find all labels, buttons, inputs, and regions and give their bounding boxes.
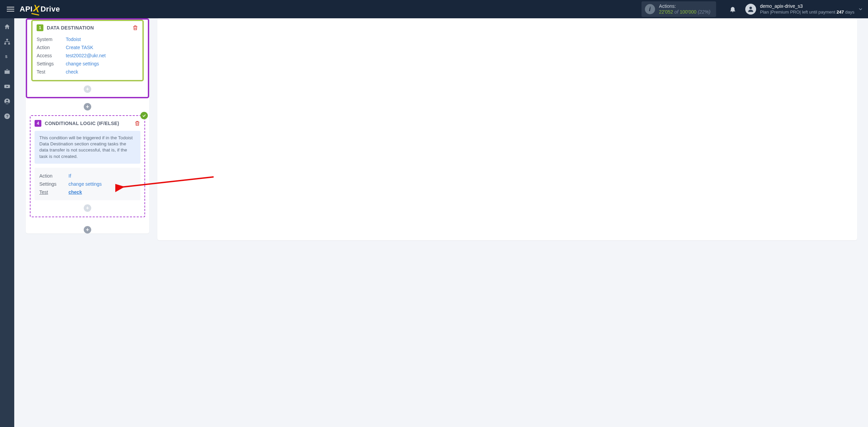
content: 1 DATA DESTINATION SystemTodoist ActionC… — [14, 18, 868, 255]
notifications-icon[interactable] — [729, 5, 736, 13]
v-settings[interactable]: change settings — [66, 61, 99, 66]
logo-text-api: API — [20, 5, 33, 14]
delete-icon[interactable] — [134, 120, 140, 126]
cond-details: ActionIf Settingschange settings Testche… — [35, 168, 140, 200]
page: 1 DATA DESTINATION SystemTodoist ActionC… — [0, 0, 868, 255]
right-column — [157, 18, 857, 240]
nav-account-icon[interactable] — [3, 98, 11, 105]
nav-sitemap-icon[interactable] — [3, 38, 11, 45]
cond-badge: 4 — [35, 120, 41, 127]
workflow-card: 1 DATA DESTINATION SystemTodoist ActionC… — [26, 18, 149, 233]
step-conditional[interactable]: 4 CONDITIONAL LOGIC (IF/ELSE) This condi… — [30, 115, 145, 217]
nav-video-icon[interactable] — [3, 83, 11, 90]
nav-help-icon[interactable]: ? — [3, 113, 11, 120]
user-plan: Plan |Premium PRO| left until payment 24… — [760, 9, 854, 15]
k-settings: Settings — [37, 61, 66, 66]
add-step-button[interactable]: + — [84, 85, 91, 93]
svg-point-0 — [749, 7, 752, 9]
avatar-icon — [745, 4, 756, 15]
actions-usage[interactable]: i Actions: 22'052 of 100'000 (22%) — [642, 1, 716, 17]
cond-info: This condition will be triggered if in t… — [35, 131, 140, 164]
svg-rect-1 — [6, 39, 8, 40]
svg-rect-3 — [8, 43, 10, 44]
svg-text:?: ? — [6, 114, 8, 118]
user-menu[interactable]: demo_apix-drive_s3 Plan |Premium PRO| le… — [745, 3, 854, 15]
k-test: Test — [37, 69, 66, 75]
step-data-destination[interactable]: 1 DATA DESTINATION SystemTodoist ActionC… — [31, 20, 144, 81]
actions-pct: (22%) — [698, 9, 710, 15]
step-details: SystemTodoist ActionCreate TASK Accesste… — [37, 35, 138, 76]
chevron-down-icon[interactable] — [858, 6, 863, 12]
add-group-button[interactable]: + — [84, 103, 91, 110]
user-text: demo_apix-drive_s3 Plan |Premium PRO| le… — [760, 3, 854, 15]
nav-briefcase-icon[interactable] — [3, 68, 11, 75]
logo[interactable]: API X Drive — [20, 4, 60, 15]
preview-panel — [157, 18, 857, 240]
actions-count: 22'052 — [659, 9, 673, 15]
delete-icon[interactable] — [132, 25, 138, 31]
app-header: API X Drive i Actions: 22'052 of 100'000… — [0, 0, 868, 18]
v-test[interactable]: check — [66, 69, 78, 75]
add-step-button[interactable]: + — [84, 204, 91, 212]
add-group-button[interactable]: + — [84, 226, 91, 233]
svg-point-8 — [6, 100, 8, 101]
k-action: Action — [37, 45, 66, 50]
v-action[interactable]: Create TASK — [66, 45, 93, 50]
step-title: DATA DESTINATION — [47, 25, 94, 30]
logo-text-x: X — [32, 3, 41, 15]
k-cond-test: Test — [39, 189, 68, 195]
v-access[interactable]: test20022@ukr.net — [66, 53, 106, 58]
nav-billing-icon[interactable]: $ — [3, 53, 11, 60]
v-cond-settings[interactable]: change settings — [68, 181, 102, 187]
svg-rect-2 — [4, 43, 6, 44]
k-cond-settings: Settings — [39, 181, 68, 187]
actions-limit: 100'000 — [680, 9, 696, 15]
cond-header: 4 CONDITIONAL LOGIC (IF/ELSE) — [35, 120, 140, 127]
svg-text:$: $ — [5, 54, 7, 59]
nav-home-icon[interactable] — [3, 23, 11, 30]
actions-of: of — [674, 9, 678, 15]
actions-label: Actions: — [659, 3, 676, 9]
user-name: demo_apix-drive_s3 — [760, 3, 854, 9]
k-cond-action: Action — [39, 173, 68, 179]
step-badge: 1 — [37, 24, 43, 31]
left-column: 1 DATA DESTINATION SystemTodoist ActionC… — [26, 18, 149, 242]
k-system: System — [37, 37, 66, 42]
v-system[interactable]: Todoist — [66, 37, 81, 42]
side-nav: $ ? — [0, 18, 14, 255]
k-access: Access — [37, 53, 66, 58]
step-group-purple: 1 DATA DESTINATION SystemTodoist ActionC… — [26, 18, 149, 98]
check-icon — [140, 112, 148, 119]
v-cond-action[interactable]: If — [68, 173, 71, 179]
logo-text-drive: Drive — [40, 5, 60, 14]
menu-toggle[interactable] — [3, 3, 18, 15]
actions-text: Actions: 22'052 of 100'000 (22%) — [659, 3, 711, 15]
v-cond-test[interactable]: check — [68, 189, 82, 195]
step-conditional-wrapper: 4 CONDITIONAL LOGIC (IF/ELSE) This condi… — [26, 115, 149, 221]
step-header: 1 DATA DESTINATION — [37, 24, 138, 31]
cond-title: CONDITIONAL LOGIC (IF/ELSE) — [45, 121, 119, 126]
info-icon: i — [645, 4, 655, 14]
